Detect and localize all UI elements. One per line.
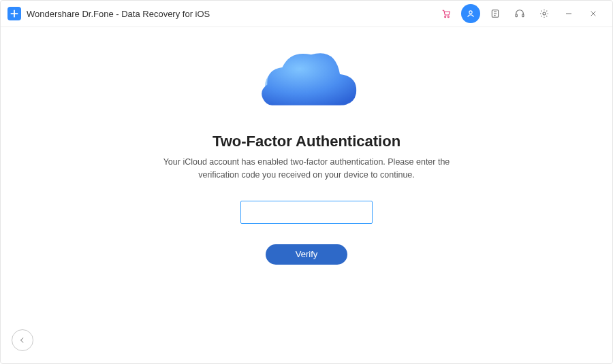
svg-point-1 [447,16,449,18]
verify-button[interactable]: Verify [266,244,347,265]
close-icon[interactable] [584,4,603,23]
heading: Two-Factor Authentication [213,133,400,150]
feedback-icon[interactable] [486,4,505,23]
gear-icon[interactable] [535,4,554,23]
titlebar: Wondershare Dr.Fone - Data Recovery for … [1,1,612,27]
back-button[interactable] [12,329,33,351]
cart-icon[interactable] [437,4,456,23]
headset-icon[interactable] [510,4,529,23]
app-window: Wondershare Dr.Fone - Data Recovery for … [0,0,613,364]
main-content: Two-Factor Authentication Your iCloud ac… [1,27,612,363]
svg-point-2 [469,11,472,14]
svg-point-6 [543,12,546,15]
description: Your iCloud account has enabled two-fact… [160,156,453,182]
cloud-icon [249,41,364,116]
verification-code-input[interactable] [240,201,373,224]
minimize-icon[interactable] [559,4,578,23]
user-icon[interactable] [461,4,480,23]
window-title: Wondershare Dr.Fone - Data Recovery for … [27,9,210,19]
app-logo-icon [7,7,21,20]
svg-point-0 [445,16,446,18]
